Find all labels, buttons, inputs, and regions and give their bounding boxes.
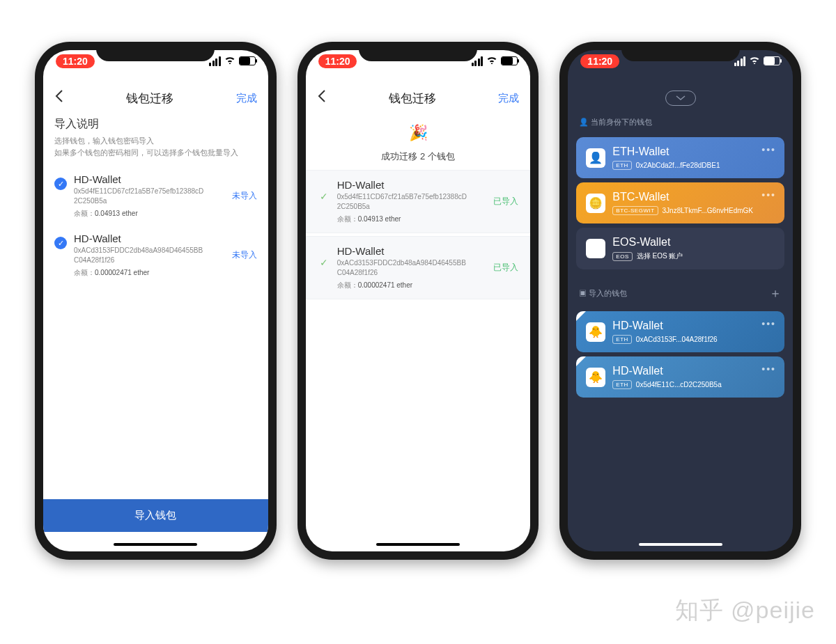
wallet-address: 0xACd3153FDDC2db48aA984D46455BBC04A28f1f… (337, 258, 470, 278)
wallet-name: HD-Wallet (74, 233, 225, 244)
nav-bar: 钱包迁移 完成 (306, 86, 531, 114)
wifi-icon (224, 56, 235, 66)
success-message: 成功迁移 2 个钱包 (306, 150, 531, 163)
battery-icon (239, 56, 256, 65)
add-wallet-button[interactable]: ＋ (769, 285, 782, 301)
chain-tag: ETH (612, 380, 632, 389)
sheet-collapse-handle[interactable] (665, 91, 696, 106)
done-button[interactable]: 完成 (498, 92, 519, 105)
more-icon[interactable]: ••• (761, 318, 776, 329)
wallet-row: ✓ HD-Wallet 0x5d4fE11CD67cf21a5B7e75efb1… (307, 171, 530, 233)
notch (621, 42, 740, 61)
wifi-icon (486, 56, 497, 66)
wallet-name: HD-Wallet (337, 245, 487, 257)
wallet-address: 3Jnz8LTkmF...G6nvHEdmGK (663, 207, 753, 214)
wallet-name: EOS-Wallet (612, 236, 683, 249)
eos-icon: ◆ (586, 239, 605, 258)
hd-icon: 🐥 (586, 368, 605, 387)
done-button[interactable]: 完成 (236, 92, 257, 105)
check-icon[interactable]: ✓ (54, 237, 67, 249)
chain-tag: ETH (612, 161, 632, 170)
eth-icon: 👤 (586, 148, 605, 168)
import-description: 导入说明 选择钱包，输入钱包密码导入 如果多个钱包的密码相同，可以选择多个钱包批… (43, 114, 268, 166)
wallet-balance: 余额：0.04913 ether (74, 209, 225, 219)
back-button[interactable] (54, 89, 64, 107)
phone-migrate-select: 11:20 钱包迁移 完成 导入说明 选择钱包，输入钱包密码导入 (35, 42, 277, 560)
desc-heading: 导入说明 (54, 117, 257, 132)
wallet-address: 0xACd3153F...04A28f1f26 (636, 336, 718, 343)
wallet-address: 选择 EOS 账户 (637, 251, 683, 261)
battery-icon (501, 56, 518, 65)
wifi-icon (749, 56, 760, 66)
section-identity-wallets: 👤 当前身份下的钱包 (568, 106, 793, 133)
status-time: 11:20 (580, 54, 619, 68)
chain-tag: ETH (612, 335, 632, 344)
chain-tag: BTC-SEGWIT (612, 206, 658, 215)
chain-tag: EOS (612, 252, 632, 261)
wallet-card-eth[interactable]: ••• 👤 ETH-Wallet ETH 0x2AbCda2f...fFe28d… (576, 137, 784, 178)
home-indicator[interactable] (639, 543, 722, 546)
import-wallet-button[interactable]: 导入钱包 (43, 499, 268, 532)
wallet-row: ✓ HD-Wallet 0xACd3153FDDC2db48aA984D4645… (307, 237, 530, 299)
desc-line1: 选择钱包，输入钱包密码导入 (54, 136, 257, 146)
wallet-card-eos[interactable]: ◆ EOS-Wallet EOS 选择 EOS 账户 (576, 228, 784, 269)
wallet-name: HD-Wallet (337, 179, 487, 191)
wallet-address: 0x5d4fE11C...cD2C250B5a (636, 381, 722, 388)
phone-migrate-success: 11:20 钱包迁移 完成 🎉 成功迁移 2 个钱包 (297, 42, 539, 560)
wallet-address: 0x5d4fE11CD67cf21a5B7e75efb12388cD2C250B… (337, 192, 470, 212)
wallet-address: 0xACd3153FDDC2db48aA984D46455BBC04A28f1f… (74, 246, 206, 265)
import-status: 已导入 (493, 262, 518, 274)
desc-line2: 如果多个钱包的密码相同，可以选择多个钱包批量导入 (54, 148, 257, 158)
nav-title: 钱包迁移 (389, 91, 436, 107)
btc-icon: 🪙 (586, 194, 605, 213)
status-time: 11:20 (318, 54, 357, 68)
wallet-address: 0x2AbCda2f...fFe28dDBE1 (636, 162, 720, 169)
more-icon[interactable]: ••• (761, 363, 776, 375)
wallet-address: 0x5d4fE11CD67cf21a5B7e75efb12388cD2C250B… (74, 187, 206, 206)
watermark: 知乎 @peijie (675, 595, 815, 627)
more-icon[interactable]: ••• (761, 189, 776, 201)
nav-bar: 钱包迁移 完成 (43, 86, 268, 114)
wallet-name: ETH-Wallet (612, 146, 720, 158)
status-time: 11:20 (56, 54, 95, 68)
phone-wallet-list: 11:20 👤 当前身份下的钱包 ••• 👤 (559, 42, 801, 560)
home-indicator[interactable] (376, 543, 460, 546)
check-icon: ✓ (318, 256, 330, 269)
home-indicator[interactable] (114, 543, 197, 546)
wallet-balance: 余额：0.04913 ether (337, 214, 487, 224)
import-status: 未导入 (232, 190, 257, 202)
import-status: 未导入 (232, 249, 257, 261)
wallet-name: HD-Wallet (612, 320, 717, 332)
wallet-name: BTC-Wallet (612, 191, 753, 203)
back-button[interactable] (317, 89, 327, 107)
wallet-card-imported[interactable]: ••• 🐥 HD-Wallet ETH 0xACd3153F...04A28f1… (576, 311, 784, 352)
section-imported-wallets: ▣ 导入的钱包 ＋ (568, 274, 793, 307)
wallet-card-imported[interactable]: ••• 🐥 HD-Wallet ETH 0x5d4fE11C...cD2C250… (576, 356, 784, 398)
notch (96, 42, 215, 61)
import-status: 已导入 (493, 196, 518, 207)
wallet-row[interactable]: ✓ HD-Wallet 0x5d4fE11CD67cf21a5B7e75efb1… (43, 166, 268, 226)
check-icon: ✓ (318, 190, 330, 203)
confetti-icon: 🎉 (306, 124, 531, 142)
notch (359, 42, 477, 61)
wallet-balance: 余额：0.00002471 ether (337, 281, 487, 290)
check-icon[interactable]: ✓ (54, 178, 67, 190)
battery-icon (764, 56, 780, 65)
nav-title: 钱包迁移 (126, 91, 173, 107)
wallet-balance: 余额：0.00002471 ether (74, 268, 225, 278)
wallet-row[interactable]: ✓ HD-Wallet 0xACd3153FDDC2db48aA984D4645… (43, 226, 268, 285)
wallet-card-btc[interactable]: ••• 🪙 BTC-Wallet BTC-SEGWIT 3Jnz8LTkmF..… (576, 182, 784, 223)
more-icon[interactable]: ••• (761, 144, 776, 155)
hd-icon: 🐥 (586, 322, 605, 342)
wallet-name: HD-Wallet (74, 173, 225, 185)
wallet-name: HD-Wallet (612, 365, 721, 377)
